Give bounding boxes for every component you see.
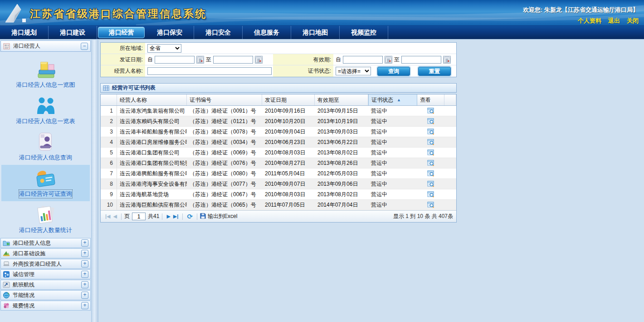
expand-button[interactable]: + [81, 271, 88, 278]
prev-page-button[interactable]: ◀ [113, 213, 117, 219]
nav-tab-2[interactable]: 港口经营 [98, 27, 145, 38]
view-icon[interactable] [427, 107, 435, 115]
column-header-valid-until[interactable]: 有效期至 [315, 94, 368, 105]
view-icon[interactable] [427, 201, 435, 209]
nav-tab-5[interactable]: 信息服务 [243, 26, 291, 39]
sidebar-panel-6[interactable]: 规费情况+ [0, 301, 91, 311]
sidebar-panel-2[interactable]: 外商投资港口经营人+ [0, 259, 91, 269]
expand-button[interactable]: + [81, 250, 88, 257]
column-header-certificate-status[interactable]: 证书状态▲ [368, 94, 417, 105]
status-label: 证书状态: [273, 65, 333, 77]
column-header-certificate-number[interactable]: 证书编号 [187, 94, 262, 105]
issue-date-from-input[interactable] [155, 56, 195, 64]
table-row[interactable]: 9连云港海航基地货场（苏连）港经证（0067）号2010年08月03日2013年… [101, 189, 456, 200]
calendar-button[interactable] [255, 56, 263, 64]
cell-view [417, 168, 444, 178]
view-icon[interactable] [427, 170, 435, 178]
cell-issue-date: 2010年06月23日 [262, 137, 315, 147]
cell-blank [444, 106, 456, 116]
sidebar-panel-5[interactable]: 节能情况+ [0, 290, 91, 300]
from-label: 自 [147, 56, 153, 64]
next-page-button[interactable]: ▶ [166, 213, 170, 219]
collapse-button[interactable]: − [81, 43, 88, 50]
nav-tab-7[interactable]: 视频监控 [340, 26, 388, 39]
header-links: 个人资料退出关闭 [578, 17, 639, 25]
export-excel-button[interactable]: 输出到Excel [200, 213, 237, 220]
table-row[interactable]: 1连云港东鸿集装箱有限公司（苏连）港经证（0091）号2010年09月16日20… [101, 106, 456, 116]
last-page-button[interactable]: ▶| [173, 213, 179, 219]
issue-date-to-input[interactable] [213, 56, 253, 64]
sidebar-splitter[interactable] [92, 40, 98, 322]
table-row[interactable]: 5连云港港口集团有限公司（苏连）港经证（0069）号2010年08月03日201… [101, 148, 456, 158]
search-form: 所在地域: 全省 发证日期: 自 至 有效期: [100, 42, 457, 77]
refresh-button[interactable]: ⟳ [187, 213, 193, 220]
sidebar-panel-label: 港口基础设施 [13, 250, 45, 258]
table-panel-header: 经营许可证书列表 [100, 83, 457, 93]
sidebar-panel-1[interactable]: 港口基础设施+ [0, 248, 91, 258]
sidebar-panel-4[interactable]: 航班航线+ [0, 280, 91, 290]
table-row[interactable]: 3连云港丰裕船舶服务有限公司（苏连）港经证（0078）号2010年09月04日2… [101, 127, 456, 137]
nav-tab-3[interactable]: 港口保安 [146, 26, 194, 39]
page-input[interactable] [132, 213, 146, 220]
first-page-button[interactable]: |◀ [105, 213, 111, 219]
table-row[interactable]: 6连云港港口集团有限公司轮驳...（苏连）港经证（0076）号2010年08月2… [101, 158, 456, 168]
cell-operator-name: 连云港丰裕船舶服务有限公司 [117, 127, 187, 137]
view-icon[interactable] [427, 118, 435, 125]
operator-name-input[interactable] [147, 67, 272, 75]
expand-button[interactable]: + [81, 239, 88, 247]
table-row[interactable]: 10连云港海巨船舶供应有限公司（苏连）港经证（0065）号2011年07月05日… [101, 200, 456, 210]
nav-tab-6[interactable]: 港口地图 [291, 26, 340, 39]
calendar-button[interactable] [443, 56, 451, 64]
calendar-button[interactable] [385, 56, 392, 64]
column-header-operator-name[interactable]: 经营人名称 [117, 94, 187, 105]
sidebar-item-0[interactable]: 港口经营人信息一览图 [1, 56, 90, 92]
table-row[interactable]: 8连云港港湾海事安全设备有限...（苏连）港经证（0077）号2010年09月0… [101, 179, 456, 189]
route-icon [3, 281, 10, 288]
validity-to-input[interactable] [401, 56, 441, 64]
profile-link[interactable]: 个人资料 [578, 17, 601, 25]
view-icon[interactable] [427, 191, 435, 198]
expand-button[interactable]: + [81, 260, 88, 268]
region-select[interactable]: 全省 [147, 44, 181, 53]
cell-operator-name: 连云港海巨船舶供应有限公司 [117, 200, 187, 210]
app-logo-icon [5, 3, 27, 25]
logout-link[interactable]: 退出 [608, 17, 620, 25]
query-button[interactable]: 查询 [377, 67, 410, 76]
view-icon[interactable] [427, 159, 435, 167]
expand-button[interactable]: + [81, 292, 88, 299]
expand-button[interactable]: + [81, 281, 88, 288]
reset-button[interactable]: 重置 [418, 67, 451, 76]
page-title: 江苏省省级港口综合管理信息系统 [30, 7, 207, 21]
cell-blank [444, 116, 456, 126]
sidebar-item-3[interactable]: 港口经营许可证查询 [1, 165, 90, 201]
sidebar-item-1[interactable]: 港口经营人信息一览表 [1, 92, 90, 129]
view-icon[interactable] [427, 139, 435, 146]
cell-blank [444, 179, 456, 189]
integrity-icon [3, 271, 10, 278]
calendar-button[interactable] [196, 56, 204, 64]
validity-from-input[interactable] [343, 56, 383, 64]
nav-tab-4[interactable]: 港口安全 [194, 26, 243, 39]
sidebar-panel-3[interactable]: 诚信管理+ [0, 269, 91, 279]
table-row[interactable]: 2连云港东粮码头有限公司（苏连）港经证（0121）号2010年10月20日201… [101, 116, 456, 127]
view-icon[interactable] [427, 180, 435, 188]
nav-tab-0[interactable]: 港口规划 [0, 26, 49, 39]
table-row[interactable]: 7连云港港腾船舶服务有限公司（苏连）港经证（0080）号2011年05月04日2… [101, 168, 456, 179]
sidebar-panel-label: 航班航线 [13, 281, 34, 289]
column-header-view[interactable]: 查看 [417, 94, 444, 105]
sidebar-panel-header[interactable]: 港口经营人 − [0, 40, 91, 52]
sidebar-panel-label: 规费情况 [13, 302, 34, 310]
cell-issue-date: 2010年09月16日 [262, 106, 315, 116]
column-header-issue-date[interactable]: 发证日期 [262, 94, 315, 105]
expand-button[interactable]: + [81, 302, 88, 309]
sidebar-item-2[interactable]: 港口经营人信息查询 [1, 129, 90, 165]
status-select[interactable]: =请选择= [336, 67, 371, 75]
table-row[interactable]: 4连云港港口房屋维修服务公司（苏连）港经证（0034）号2010年06月23日2… [101, 137, 456, 148]
close-link[interactable]: 关闭 [627, 17, 639, 25]
nav-tab-1[interactable]: 港口建设 [49, 26, 97, 39]
view-icon[interactable] [427, 149, 435, 157]
column-header-label: 证书编号 [190, 96, 211, 104]
view-icon[interactable] [427, 128, 435, 136]
sidebar-item-4[interactable]: 港口经营人数量统计 [1, 201, 90, 238]
sidebar-panel-0[interactable]: 港口经营人信息+ [0, 238, 91, 248]
